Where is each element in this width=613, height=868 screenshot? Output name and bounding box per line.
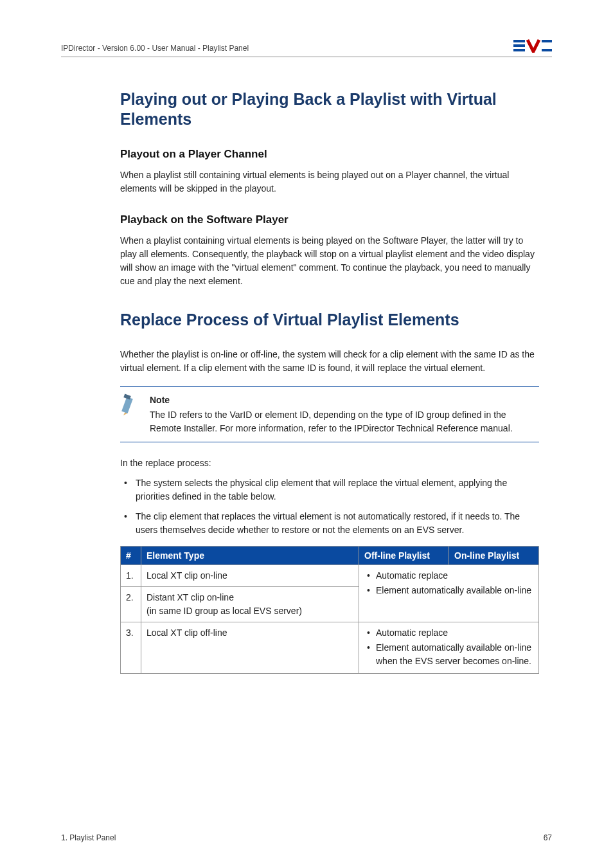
footer-section: 1. Playlist Panel <box>61 833 116 842</box>
table-cell-line: (in same ID group as local EVS server) <box>147 606 302 616</box>
table-cell-num: 1. <box>121 565 141 586</box>
paragraph: When a playlist still containing virtual… <box>120 168 539 195</box>
table-row: 3. Local XT clip off-line Automatic repl… <box>121 622 539 673</box>
footer-page-number: 67 <box>544 833 552 842</box>
note-text: Note The ID refers to the VarID or eleme… <box>150 393 539 435</box>
header-breadcrumb: IPDirector - Version 6.00 - User Manual … <box>61 44 249 53</box>
paragraph: In the replace process: <box>120 457 539 470</box>
page-footer: 1. Playlist Panel 67 <box>61 833 552 842</box>
svg-rect-6 <box>121 397 133 413</box>
page-content: Playing out or Playing Back a Playlist w… <box>120 89 539 674</box>
list-item: Automatic replace <box>364 569 533 583</box>
svg-rect-7 <box>123 393 130 399</box>
page-header: IPDirector - Version 6.00 - User Manual … <box>61 39 552 57</box>
evs-logo <box>513 39 552 53</box>
subheading-playout-player-channel: Playout on a Player Channel <box>120 148 539 161</box>
table-header-online: On-line Playlist <box>449 546 539 565</box>
section-heading-playing-out: Playing out or Playing Back a Playlist w… <box>120 89 539 130</box>
table-header-num: # <box>121 546 141 565</box>
paragraph: When a playlist containing virtual eleme… <box>120 234 539 288</box>
bullet-list: The system selects the physical clip ele… <box>120 476 539 537</box>
paragraph: Whether the playlist is on-line or off-l… <box>120 348 539 375</box>
table-cell-line: Distant XT clip on-line <box>147 592 234 602</box>
list-item: The clip element that replaces the virtu… <box>120 510 539 537</box>
table-row: 1. Local XT clip on-line Automatic repla… <box>121 565 539 586</box>
replace-priority-table: # Element Type Off-line Playlist On-line… <box>120 546 539 674</box>
list-item: The system selects the physical clip ele… <box>120 476 539 503</box>
list-item: Element automatically available on-line … <box>364 641 533 668</box>
table-cell-result: Automatic replace Element automatically … <box>359 565 539 622</box>
note-label: Note <box>150 393 539 407</box>
table-cell-type: Local XT clip off-line <box>141 622 359 673</box>
note-body: The ID refers to the VarID or element ID… <box>150 410 513 433</box>
table-cell-num: 3. <box>121 622 141 673</box>
table-cell-type: Distant XT clip on-line (in same ID grou… <box>141 586 359 622</box>
table-cell-result: Automatic replace Element automatically … <box>359 622 539 673</box>
section-heading-replace-process: Replace Process of Virtual Playlist Elem… <box>120 310 539 330</box>
note-callout: Note The ID refers to the VarID or eleme… <box>120 386 539 442</box>
table-header-type: Element Type <box>141 546 359 565</box>
subheading-playback-software-player: Playback on the Software Player <box>120 213 539 226</box>
list-item: Automatic replace <box>364 626 533 640</box>
table-cell-num: 2. <box>121 586 141 622</box>
list-item: Element automatically available on-line <box>364 584 533 597</box>
table-cell-type: Local XT clip on-line <box>141 565 359 586</box>
pencil-icon <box>120 393 141 435</box>
table-header-offline: Off-line Playlist <box>359 546 449 565</box>
